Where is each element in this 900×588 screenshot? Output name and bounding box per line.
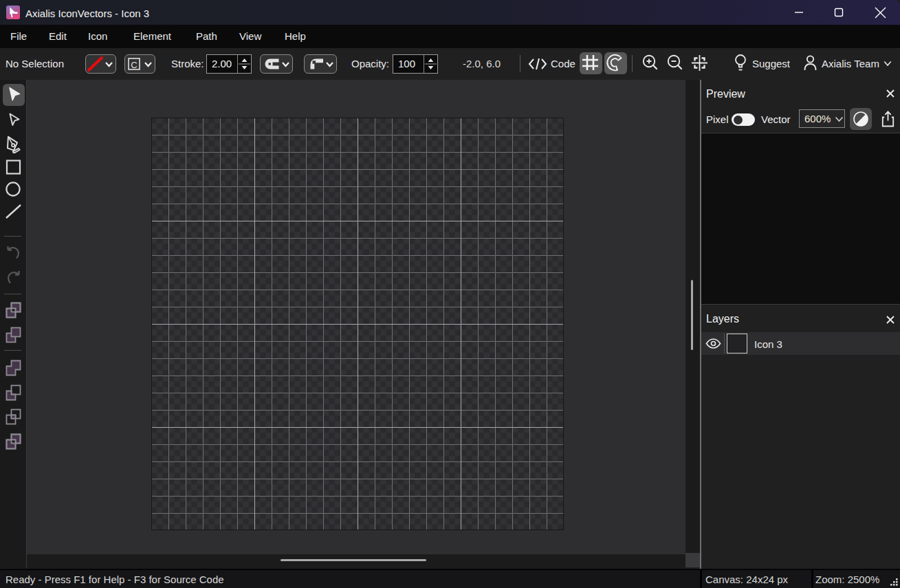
svg-text:C: C xyxy=(131,60,137,70)
